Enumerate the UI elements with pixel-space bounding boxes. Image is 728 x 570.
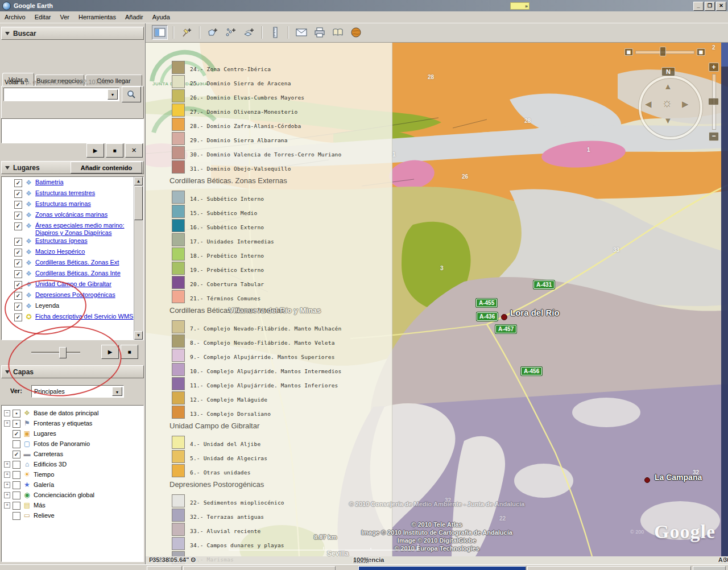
item-checkbox[interactable]: ✓ <box>14 179 22 187</box>
search-panel-header[interactable]: Buscar <box>1 27 144 40</box>
item-checkbox[interactable] <box>13 481 20 489</box>
item-checkbox[interactable]: ✓ <box>14 212 22 220</box>
minimize-button[interactable]: _ <box>693 2 704 11</box>
menu-item[interactable]: Añadir <box>121 13 148 22</box>
layers-tree-item[interactable]: ▭ Relieve <box>4 510 143 521</box>
places-scrollbar[interactable]: ▲ ▼ <box>134 177 143 340</box>
places-tree-item[interactable]: ✓ ❖ Cordilleras Béticas. Zonas Ext <box>2 258 143 269</box>
places-item-label[interactable]: Estructuras ígneas <box>35 237 88 245</box>
places-tree-item[interactable]: ✓ ❖ Estructuras terrestres <box>2 189 143 200</box>
item-checkbox[interactable]: ✓ <box>14 259 22 267</box>
ruler-button[interactable] <box>268 26 283 39</box>
scroll-thumb[interactable] <box>134 186 143 220</box>
play-tour-button[interactable]: ▶ <box>86 143 104 158</box>
layers-item-label[interactable]: Edificios 3D <box>34 461 67 468</box>
tilt-reset-button[interactable]: ▦ <box>624 48 633 56</box>
layers-tree[interactable]: − ▪ ❖ Base de datos principal + ▪ ⚑ Fron… <box>1 405 144 562</box>
layers-tree-item[interactable]: ✓ ▣ Lugares <box>4 428 143 439</box>
taskbar-button[interactable] <box>147 566 182 570</box>
layers-item-label[interactable]: Carreteras <box>34 451 63 457</box>
window-titlebar[interactable]: Google Earth _ ❐ ✕ <box>0 0 728 11</box>
input-dropdown-button[interactable]: ▼ <box>107 89 118 100</box>
layers-tree-item[interactable]: + ◉ Concienciación global <box>4 490 143 500</box>
compass-north-button[interactable]: N <box>661 67 675 76</box>
menu-item[interactable]: Herramientas <box>74 13 121 22</box>
menu-item[interactable]: Ayuda <box>148 13 175 22</box>
places-tree-item[interactable]: ✓ ❖ Macizo Hespérico <box>2 247 143 258</box>
compass-center-joystick[interactable]: ☼ <box>661 96 673 110</box>
view-in-maps-button[interactable] <box>330 26 345 39</box>
pan-right-arrow[interactable]: ▶ <box>682 99 689 109</box>
item-checkbox[interactable]: ✓ <box>13 430 20 438</box>
item-checkbox[interactable]: ▪ <box>13 420 20 428</box>
layers-tree-item[interactable]: ▢ Fotos de Panoramio <box>4 439 143 449</box>
item-checkbox[interactable]: ▪ <box>13 410 20 418</box>
taskbar-button[interactable] <box>183 566 336 570</box>
places-tree-item[interactable]: ✓ ❖ Estructuras ígneas <box>2 237 143 247</box>
zoom-in-button[interactable]: + <box>709 63 719 72</box>
places-stop-button[interactable]: ■ <box>121 345 138 359</box>
scroll-up-button[interactable]: ▲ <box>134 177 143 185</box>
expander-icon[interactable]: + <box>4 420 10 427</box>
add-placemark-button[interactable] <box>179 26 194 39</box>
layers-tree-item[interactable]: + ⌂ Edificios 3D <box>4 459 143 469</box>
search-button[interactable] <box>122 86 141 102</box>
menu-item[interactable]: Ver <box>55 13 74 22</box>
layers-tree-item[interactable]: ✓ ▬ Carreteras <box>4 449 143 459</box>
print-button[interactable] <box>312 26 327 39</box>
item-checkbox[interactable] <box>13 471 20 479</box>
restore-button[interactable]: ❐ <box>705 2 715 11</box>
places-tree-item[interactable]: ✓ ❖ Estructuras marinas <box>2 200 143 210</box>
tilt-max-button[interactable]: ▩ <box>697 48 705 56</box>
layers-item-label[interactable]: Relieve <box>34 512 55 519</box>
item-checkbox[interactable]: ✓ <box>14 249 22 257</box>
toggle-sidebar-button[interactable] <box>152 25 168 40</box>
item-checkbox[interactable] <box>13 491 20 499</box>
layers-item-label[interactable]: Galería <box>34 481 54 488</box>
layers-item-label[interactable]: Concienciación global <box>34 491 94 498</box>
layers-tree-item[interactable]: + ▪ ⚑ Fronteras y etiquetas <box>4 418 143 428</box>
add-path-button[interactable] <box>224 26 238 39</box>
item-checkbox[interactable] <box>13 512 20 520</box>
pan-up-arrow[interactable]: ▲ <box>664 81 672 91</box>
scroll-down-button[interactable]: ▼ <box>134 331 143 340</box>
layers-tree-item[interactable]: + ▤ Más <box>4 500 143 510</box>
zoom-out-button[interactable]: − <box>709 132 719 141</box>
item-checkbox[interactable]: ✓ <box>14 270 22 278</box>
add-content-button[interactable]: Añadir contenido <box>71 162 142 174</box>
places-tree-item[interactable]: ✓ ❖ Batimetria <box>2 178 143 189</box>
layers-tree-item[interactable]: − ▪ ❖ Base de datos principal <box>4 408 143 418</box>
item-checkbox[interactable]: ✓ <box>14 238 22 246</box>
places-item-label[interactable]: Estructuras marinas <box>35 200 91 208</box>
earth-globe-button[interactable] <box>349 26 363 39</box>
layers-item-label[interactable]: Fronteras y etiquetas <box>34 420 92 427</box>
add-image-overlay-button[interactable] <box>242 26 257 39</box>
zoom-slider-handle[interactable] <box>708 98 719 105</box>
item-checkbox[interactable]: ✓ <box>13 451 20 459</box>
item-checkbox[interactable] <box>13 461 20 469</box>
clear-results-button[interactable]: ✕ <box>125 143 143 158</box>
places-item-label[interactable]: Zonas volcánicas marinas <box>35 211 107 218</box>
expander-icon[interactable]: + <box>4 502 10 509</box>
places-tree-item[interactable]: ✓ ❖ Cordilleras Béticas. Zonas Inte <box>2 269 143 280</box>
stop-tour-button[interactable]: ■ <box>106 143 123 158</box>
pan-down-arrow[interactable]: ▼ <box>664 115 672 125</box>
add-polygon-button[interactable] <box>205 26 220 39</box>
expander-icon[interactable]: + <box>4 492 10 498</box>
item-checkbox[interactable] <box>13 440 20 448</box>
places-item-label[interactable]: Estructuras terrestres <box>35 189 95 197</box>
expander-icon[interactable]: − <box>4 410 10 416</box>
layers-item-label[interactable]: Lugares <box>34 430 56 437</box>
expander-icon[interactable]: + <box>4 461 10 468</box>
expander-icon[interactable]: + <box>4 472 10 478</box>
item-checkbox[interactable]: ✓ <box>14 222 22 230</box>
menu-item[interactable]: Archivo <box>0 13 30 22</box>
email-button[interactable] <box>294 26 309 39</box>
layers-item-label[interactable]: Base de datos principal <box>34 410 98 416</box>
layers-tree-item[interactable]: + ☀ Tiempo <box>4 469 143 480</box>
tilt-slider-handle[interactable] <box>660 47 666 56</box>
places-item-label[interactable]: Macizo Hespérico <box>35 248 85 255</box>
item-checkbox[interactable]: ✓ <box>14 201 22 209</box>
taskbar-button[interactable] <box>358 566 526 570</box>
expander-icon[interactable]: + <box>4 482 10 488</box>
